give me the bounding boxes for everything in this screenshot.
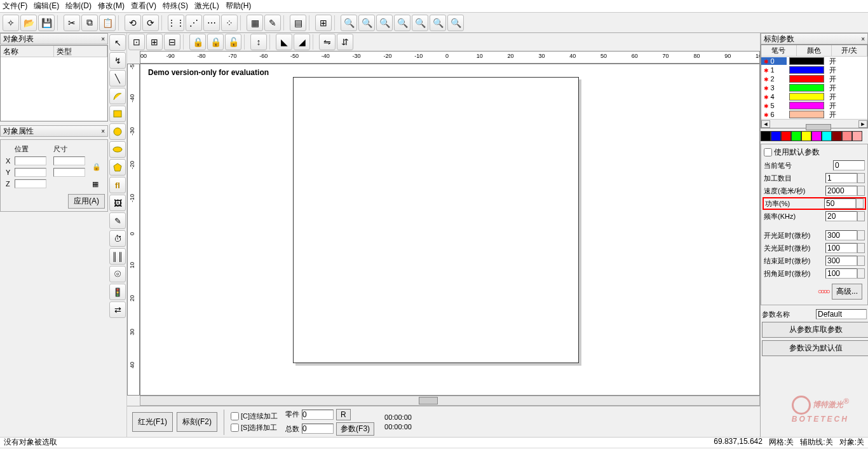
vector-icon[interactable]: ✎	[109, 212, 126, 229]
mark-button[interactable]: 标刻(F2)	[177, 412, 217, 432]
spinner-icon[interactable]	[857, 186, 865, 196]
group-icon[interactable]: ⊞	[146, 34, 163, 50]
poly-delay-input[interactable]	[825, 268, 857, 279]
spinner-icon[interactable]	[856, 198, 864, 209]
hatch-icon[interactable]: ▦	[247, 15, 263, 31]
zoom-sel-icon[interactable]: 🔍	[430, 15, 446, 31]
speed-input[interactable]	[825, 186, 857, 196]
red-light-button[interactable]: 红光(F1)	[132, 412, 173, 432]
arrow1-icon[interactable]: ◣	[276, 34, 292, 50]
select-icon[interactable]: ↖	[109, 34, 126, 51]
lock-icon[interactable]: 🔒	[189, 34, 206, 50]
polygon-icon[interactable]	[109, 159, 126, 176]
pen-row[interactable]: 4开	[761, 92, 867, 101]
size-y-input[interactable]	[53, 168, 85, 177]
new-icon[interactable]: ✧	[3, 15, 19, 31]
close-icon[interactable]: ×	[861, 36, 865, 43]
ungroup-icon[interactable]: ⊟	[164, 34, 180, 50]
align-icon[interactable]: ↕	[250, 34, 267, 50]
barcode-icon[interactable]: ║║	[109, 248, 126, 265]
param-name-input[interactable]	[816, 309, 867, 319]
size-x-input[interactable]	[53, 156, 85, 165]
clock-icon[interactable]: ⦾	[109, 266, 126, 282]
color-swatch[interactable]	[791, 131, 801, 141]
spinner-icon[interactable]	[857, 243, 865, 253]
end-delay-input[interactable]	[825, 256, 857, 266]
freq-input[interactable]	[825, 211, 857, 221]
zoom-in-icon[interactable]: 🔍	[341, 15, 357, 31]
image-icon[interactable]: 🖼	[109, 195, 126, 211]
use-default-checkbox[interactable]	[764, 148, 772, 156]
color-swatch[interactable]	[771, 131, 781, 141]
zoom-all-icon[interactable]: 🔍	[412, 15, 428, 31]
scroll-horizontal[interactable]	[140, 396, 760, 406]
set-default-button[interactable]: 参数设为默认值	[762, 340, 868, 356]
light-icon[interactable]: 🚦	[109, 284, 126, 300]
undo-icon[interactable]: ⟲	[125, 15, 141, 31]
dots1-icon[interactable]: ⋮⋮	[168, 15, 184, 31]
menu-item[interactable]: 文件(F)	[3, 1, 27, 11]
total-input[interactable]	[302, 424, 334, 434]
pos-y-input[interactable]	[15, 168, 46, 177]
ellipse-icon[interactable]	[109, 141, 126, 158]
mirror-h-icon[interactable]: ⇋	[319, 34, 336, 50]
color-swatch[interactable]	[761, 131, 771, 141]
circle-icon[interactable]	[109, 123, 126, 140]
continuous-checkbox[interactable]	[231, 412, 239, 420]
dots2-icon[interactable]: ⋰	[186, 15, 202, 31]
power-input[interactable]	[824, 198, 856, 209]
object-list[interactable]: 名称 类型	[0, 45, 108, 121]
spinner-icon[interactable]	[857, 268, 865, 279]
spinner-icon[interactable]	[857, 211, 865, 221]
dots4-icon[interactable]: ⁘	[221, 15, 238, 31]
zoom-out-icon[interactable]: 🔍	[358, 15, 375, 31]
lock2-icon[interactable]: 🔒	[207, 34, 224, 50]
pos-x-input[interactable]	[15, 156, 46, 165]
menu-item[interactable]: 查看(V)	[131, 1, 156, 11]
select-all-icon[interactable]: ⊡	[128, 34, 145, 50]
pen-table[interactable]: 笔号颜色开/关 0开1开2开3开4开5开6开 ◄►	[761, 45, 868, 128]
tree-icon[interactable]: ⊞	[315, 15, 332, 31]
open-icon[interactable]: 📂	[20, 15, 37, 31]
color-swatch[interactable]	[811, 131, 822, 141]
tools-icon[interactable]: ✎	[264, 15, 281, 31]
menu-item[interactable]: 激光(L)	[194, 1, 219, 11]
spinner-icon[interactable]	[857, 230, 865, 240]
lock-icon[interactable]: 🔒	[91, 156, 104, 177]
pos-z-input[interactable]	[15, 179, 46, 188]
pen-row[interactable]: 6开	[761, 110, 867, 119]
spinner-icon[interactable]	[857, 173, 865, 183]
save-icon[interactable]: 💾	[38, 15, 55, 31]
color-swatch[interactable]	[801, 131, 811, 141]
color-swatch[interactable]	[842, 131, 852, 141]
current-pen-input[interactable]	[833, 160, 865, 170]
mirror-v-icon[interactable]: ⇵	[337, 34, 353, 50]
menu-item[interactable]: 帮助(H)	[226, 1, 252, 11]
paste-icon[interactable]: 📋	[99, 15, 116, 31]
from-lib-button[interactable]: 从参数库取参数	[762, 322, 868, 338]
canvas[interactable]: Demo version-only for evaluation	[140, 64, 760, 396]
zoom-box-icon[interactable]: 🔍	[447, 15, 464, 31]
list-icon[interactable]: ▤	[290, 15, 306, 31]
on-delay-input[interactable]	[825, 230, 857, 240]
timer-icon[interactable]: ⏱	[109, 230, 126, 247]
color-swatch[interactable]	[822, 131, 832, 141]
color-swatch[interactable]	[832, 131, 842, 141]
rings-icon[interactable]: ○○○○	[818, 287, 829, 296]
zoom-window-icon[interactable]: 🔍	[376, 15, 393, 31]
grid-icon[interactable]: ▦	[91, 179, 104, 189]
color-palette[interactable]	[761, 131, 868, 141]
menu-item[interactable]: 编辑(E)	[34, 1, 59, 11]
pen-scroll[interactable]: ◄►	[761, 119, 867, 128]
line-icon[interactable]: ╲	[109, 70, 126, 86]
apply-button[interactable]: 应用(A)	[68, 194, 105, 209]
color-swatch[interactable]	[852, 131, 862, 141]
dots3-icon[interactable]: ⋯	[203, 15, 220, 31]
pen-row[interactable]: 0开	[761, 57, 867, 66]
select-checkbox[interactable]	[231, 424, 239, 432]
rect-icon[interactable]	[109, 106, 126, 122]
menu-item[interactable]: 特殊(S)	[163, 1, 188, 11]
menu-item[interactable]: 绘制(D)	[65, 1, 92, 11]
pen-row[interactable]: 3开	[761, 83, 867, 92]
parts-input[interactable]	[302, 410, 334, 420]
